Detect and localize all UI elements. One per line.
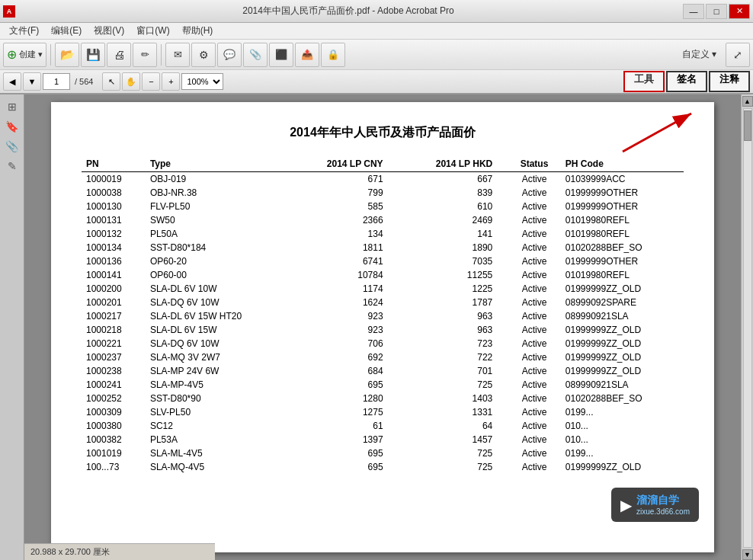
app-icon: A <box>3 5 15 18</box>
table-row: 1000382 PL53A 1397 1457 Active 010... <box>82 433 684 446</box>
protect-button[interactable]: 🔒 <box>321 43 345 67</box>
comment-button[interactable]: 💬 <box>217 43 242 67</box>
menu-edit[interactable]: 编辑(E) <box>45 23 88 39</box>
zoom-in-button[interactable]: + <box>162 72 180 91</box>
menu-window[interactable]: 窗口(W) <box>130 23 175 39</box>
col-pn: PN <box>82 156 146 172</box>
pdf-title: 2014年年中人民币及港币产品面价 <box>82 125 684 141</box>
table-row: 1000217 SLA-DL 6V 15W HT20 923 963 Activ… <box>82 309 684 323</box>
select-tool-button[interactable]: ↖ <box>102 72 120 91</box>
table-row: 1000200 SLA-DL 6V 10W 1174 1225 Active 0… <box>82 282 684 296</box>
expand-button[interactable]: ⤢ <box>726 43 750 67</box>
menu-view[interactable]: 视图(V) <box>88 23 130 39</box>
scroll-thumb[interactable] <box>744 110 751 141</box>
table-row: 1000019 OBJ-019 671 667 Active 01039999A… <box>82 172 684 187</box>
table-row: 1000221 SLA-DQ 6V 10W 706 723 Active 019… <box>82 337 684 350</box>
window-title: 2014年中国人民币产品面价.pdf - Adobe Acrobat Pro <box>15 5 681 18</box>
watermark-logo: 溜溜自学 <box>636 494 690 507</box>
zoom-select[interactable]: 100% 75% 125% 150% 200% <box>181 73 223 90</box>
toolbar-right: 自定义 ▾ ⤢ <box>676 43 750 67</box>
pdf-page: 2014年年中人民币及港币产品面价 PN Type 2014 LP CNY 20… <box>51 102 714 552</box>
table-row: 1000238 SLA-MP 24V 6W 684 701 Active 019… <box>82 364 684 378</box>
pdf-area[interactable]: 2014年年中人民币及港币产品面价 PN Type 2014 LP CNY 20… <box>24 94 741 560</box>
panel-icon-attach[interactable]: 📎 <box>3 137 21 155</box>
open-button[interactable]: 📂 <box>55 43 79 67</box>
restore-button[interactable]: □ <box>706 4 727 19</box>
edit-button[interactable]: ✏ <box>133 43 157 67</box>
share-button[interactable]: ⬛ <box>269 43 293 67</box>
zoom-out-button[interactable]: − <box>142 72 160 91</box>
email-button[interactable]: ✉ <box>165 43 190 67</box>
col-status: Status <box>508 156 561 172</box>
title-bar: A 2014年中国人民币产品面价.pdf - Adobe Acrobat Pro… <box>0 0 753 23</box>
table-row: 1001019 SLA-ML-4V5 695 725 Active 0199..… <box>82 446 684 460</box>
left-panel: ⊞ 🔖 📎 ✎ <box>0 94 24 560</box>
create-button[interactable]: ⊕ 创建 ▾ <box>3 43 46 67</box>
table-row: 1000141 OP60-00 10784 11255 Active 01019… <box>82 268 684 282</box>
col-type: Type <box>146 156 290 172</box>
window-controls: — □ ✕ <box>681 4 750 19</box>
hand-tool-button[interactable]: ✋ <box>122 72 140 91</box>
table-row: 1000237 SLA-MQ 3V 2W7 692 722 Active 019… <box>82 350 684 364</box>
col-hkd: 2014 LP HKD <box>399 156 508 172</box>
col-ph: PH Code <box>561 156 684 172</box>
table-row: 1000038 OBJ-NR.38 799 839 Active 0199999… <box>82 186 684 200</box>
watermark: ▶ 溜溜自学 zixue.3d66.com <box>611 488 699 522</box>
prev-page-button[interactable]: ▼ <box>23 72 41 91</box>
nav-toolbar: ◀ ▼ / 564 ↖ ✋ − + 100% 75% 125% 150% 200… <box>0 70 753 94</box>
watermark-icon: ▶ <box>620 496 632 514</box>
panel-icon-bookmarks[interactable]: 🔖 <box>3 117 21 136</box>
watermark-url: zixue.3d66.com <box>636 507 690 516</box>
print-button[interactable]: 🖨 <box>107 43 131 67</box>
main-toolbar: ⊕ 创建 ▾ 📂 💾 🖨 ✏ ✉ ⚙ 💬 📎 ⬛ 📤 🔒 自定义 ▾ ⤢ <box>0 40 753 70</box>
sign-button[interactable]: 签名 <box>666 71 707 92</box>
back-button[interactable]: ◀ <box>3 72 21 91</box>
nav-right-buttons: 工具 签名 注释 <box>623 71 750 92</box>
table-row: 1000132 PL50A 134 141 Active 01019980REF… <box>82 227 684 241</box>
panel-icon-signature[interactable]: ✎ <box>3 157 21 175</box>
table-row: 1000380 SC12 61 64 Active 010... <box>82 419 684 433</box>
toolbar-separator-2 <box>161 44 162 66</box>
table-row: 1000130 FLV-PL50 585 610 Active 01999999… <box>82 200 684 213</box>
status-text: 20.988 x 29.700 厘米 <box>30 546 110 558</box>
toolbar-separator-1 <box>50 44 51 66</box>
table-row: 1000136 OP60-20 6741 7035 Active 0199999… <box>82 254 684 268</box>
close-button[interactable]: ✕ <box>729 4 750 19</box>
main-area: ⊞ 🔖 📎 ✎ 2014年年中人民币及港币产品面价 <box>0 94 753 560</box>
panel-icon-pages[interactable]: ⊞ <box>3 98 21 116</box>
table-row: 1000218 SLA-DL 6V 15W 923 963 Active 019… <box>82 323 684 337</box>
customize-button[interactable]: 自定义 ▾ <box>676 45 723 64</box>
status-bar: 20.988 x 29.700 厘米 <box>24 543 215 560</box>
attach-button[interactable]: 📎 <box>243 43 268 67</box>
page-input[interactable] <box>43 73 70 90</box>
col-cny: 2014 LP CNY <box>290 156 399 172</box>
table-row: 1000241 SLA-MP-4V5 695 725 Active 089990… <box>82 378 684 392</box>
annotate-button[interactable]: 注释 <box>709 71 750 92</box>
minimize-button[interactable]: — <box>683 4 704 19</box>
table-row: 1000201 SLA-DQ 6V 10W 1624 1787 Active 0… <box>82 296 684 309</box>
pdf-table: PN Type 2014 LP CNY 2014 LP HKD Status P… <box>82 156 684 474</box>
tools-button[interactable]: 工具 <box>623 71 665 92</box>
export-button[interactable]: 📤 <box>295 43 319 67</box>
table-row: 1000309 SLV-PL50 1275 1331 Active 0199..… <box>82 405 684 419</box>
menu-bar: 文件(F) 编辑(E) 视图(V) 窗口(W) 帮助(H) <box>0 23 753 40</box>
table-row: 1000252 SST-D80*90 1280 1403 Active 0102… <box>82 392 684 405</box>
settings-button[interactable]: ⚙ <box>191 43 216 67</box>
scroll-down[interactable]: ▼ <box>742 549 753 560</box>
table-row: 100...73 SLA-MQ-4V5 695 725 Active 01999… <box>82 460 684 474</box>
page-total: / 564 <box>72 77 96 86</box>
scroll-up[interactable]: ▲ <box>742 96 753 107</box>
menu-file[interactable]: 文件(F) <box>3 23 45 39</box>
scroll-track <box>743 108 752 548</box>
table-row: 1000131 SW50 2366 2469 Active 01019980RE… <box>82 213 684 227</box>
scrollbar[interactable]: ▲ ▼ <box>741 94 753 560</box>
save-button[interactable]: 💾 <box>81 43 105 67</box>
table-row: 1000134 SST-D80*184 1811 1890 Active 010… <box>82 241 684 254</box>
menu-help[interactable]: 帮助(H) <box>176 23 219 39</box>
